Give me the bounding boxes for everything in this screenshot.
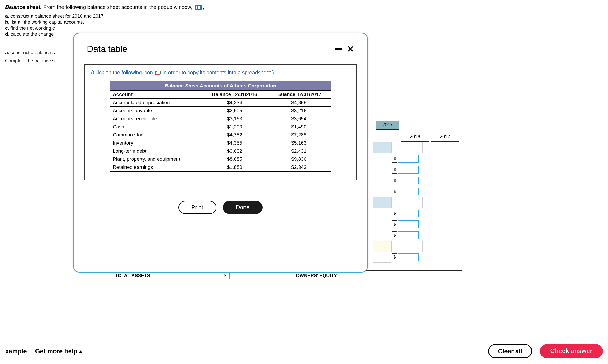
val-2016: $8,685	[202, 155, 267, 163]
hint-post: in order to copy its contents into a spr…	[161, 70, 274, 75]
modal-title: Data table	[87, 44, 127, 54]
table-row: Plant, property, and equipment$8,685$9,8…	[110, 155, 331, 163]
col-2016: Balance 12/31/2016	[202, 91, 267, 99]
copy-hint: (Click on the following icon in order to…	[91, 70, 350, 76]
instr-c-text: find the net working c	[9, 26, 55, 31]
val-2016: $1,200	[202, 123, 267, 131]
caret-up-icon	[79, 350, 82, 353]
val-2017: $4,868	[267, 99, 331, 107]
table-row: Accounts payable$2,905$3,216	[110, 107, 331, 115]
total-assets-input[interactable]	[229, 272, 258, 279]
acct-cell: Plant, property, and equipment	[110, 155, 202, 163]
val-2017: $3,216	[267, 107, 331, 115]
sub-a-text: construct a balance s	[9, 50, 55, 55]
title-rest: From the following balance sheet account…	[42, 4, 192, 10]
val-2016: $3,602	[202, 147, 267, 155]
instr-d-text: calculate the change	[9, 32, 54, 37]
dollar-label: $	[392, 166, 397, 174]
table-row: Cash$1,200$1,490	[110, 123, 331, 131]
val-2017: $7,285	[267, 131, 331, 139]
instr-d-label: d.	[5, 32, 9, 37]
dollar-label: $	[392, 231, 397, 239]
val-2016: $4,782	[202, 131, 267, 139]
close-icon[interactable]: ✕	[347, 45, 354, 53]
dollar-label: $	[392, 253, 397, 261]
val-2016: $3,163	[202, 115, 267, 123]
answer-input[interactable]	[398, 220, 419, 228]
dollar-label: $	[392, 177, 397, 184]
answer-input[interactable]	[398, 188, 419, 195]
val-2016: $4,355	[202, 139, 267, 147]
total-assets-label: TOTAL ASSETS	[112, 272, 222, 279]
val-2017: $9,836	[267, 155, 331, 163]
acct-cell: Long-term debt	[110, 147, 202, 155]
balance-sheet-table: Balance Sheet Accounts of Athens Corpora…	[110, 81, 331, 172]
answer-input[interactable]	[398, 210, 419, 217]
val-2016: $4,234	[202, 99, 267, 107]
instr-a-label: a.	[5, 14, 9, 19]
col-2017: Balance 12/31/2017	[267, 91, 331, 99]
copy-icon[interactable]	[155, 71, 160, 75]
col-account: Account	[110, 91, 202, 99]
instr-a-text: construct a balance sheet for 2016 and 2…	[9, 14, 105, 19]
val-2016: $2,905	[202, 107, 267, 115]
acct-cell: Accounts payable	[110, 107, 202, 115]
val-2016: $1,880	[202, 163, 267, 172]
dollar-label: $	[392, 210, 397, 217]
owners-equity-label: OWNERS' EQUITY	[293, 272, 366, 279]
sub-a-label: a.	[5, 50, 9, 55]
acct-cell: Inventory	[110, 139, 202, 147]
table-row: Inventory$4,355$5,163	[110, 139, 331, 147]
modal-body: (Click on the following icon in order to…	[84, 64, 357, 180]
val-2017: $2,431	[267, 147, 331, 155]
acct-cell: Accumulated depreciation	[110, 99, 202, 107]
minimize-icon[interactable]	[335, 48, 342, 50]
answer-input[interactable]	[398, 155, 419, 163]
table-row: Retained earnings$1,880$2,343	[110, 163, 331, 172]
table-row: Long-term debt$3,602$2,431	[110, 147, 331, 155]
val-2017: $2,343	[267, 163, 331, 172]
year-cell-2016: 2016	[401, 133, 429, 142]
year-cell-2017: 2017	[431, 133, 459, 142]
answer-input[interactable]	[398, 177, 419, 184]
dollar-label: $	[392, 220, 397, 228]
acct-cell: Retained earnings	[110, 163, 202, 172]
title-comma: ,	[203, 4, 204, 10]
table-row: Accumulated depreciation$4,234$4,868	[110, 99, 331, 107]
dollar-label: $	[392, 155, 397, 163]
val-2017: $1,490	[267, 123, 331, 131]
instr-b-label: b.	[5, 20, 9, 25]
done-button[interactable]: Done	[223, 201, 263, 214]
footer-bar: xample Get more help Clear all Check ans…	[0, 338, 608, 364]
print-button[interactable]: Print	[178, 201, 216, 214]
acct-cell: Cash	[110, 123, 202, 131]
hint-pre: (Click on the following icon	[91, 70, 154, 75]
acct-cell: Common stock	[110, 131, 202, 139]
table-row: Common stock$4,782$7,285	[110, 131, 331, 139]
val-2017: $5,163	[267, 139, 331, 147]
instr-b-text: list all the working capital accounts.	[9, 20, 84, 25]
answer-input[interactable]	[398, 166, 419, 174]
title-line: Balance sheet. From the following balanc…	[5, 4, 603, 10]
table-caption: Balance Sheet Accounts of Athens Corpora…	[110, 81, 331, 91]
answer-input[interactable]	[398, 231, 419, 239]
clear-all-button[interactable]: Clear all	[488, 344, 532, 358]
example-link[interactable]: xample	[5, 348, 27, 355]
table-popup-icon[interactable]	[195, 5, 202, 10]
check-answer-button[interactable]: Check answer	[540, 344, 603, 358]
instr-c-label: c.	[5, 26, 9, 31]
get-more-help-link[interactable]: Get more help	[35, 348, 82, 355]
data-table-modal: Data table ✕ (Click on the following ico…	[73, 33, 368, 273]
answer-grid: $ $ $ $ $ $ $ $	[373, 142, 462, 263]
year-cell-2017-big: 2017	[376, 121, 399, 130]
answer-input[interactable]	[398, 253, 419, 261]
table-row: Accounts receivable$3,163$3,654	[110, 115, 331, 123]
dollar-label: $	[392, 188, 397, 195]
val-2017: $3,654	[267, 115, 331, 123]
acct-cell: Accounts receivable	[110, 115, 202, 123]
title-bold: Balance sheet.	[5, 4, 42, 10]
